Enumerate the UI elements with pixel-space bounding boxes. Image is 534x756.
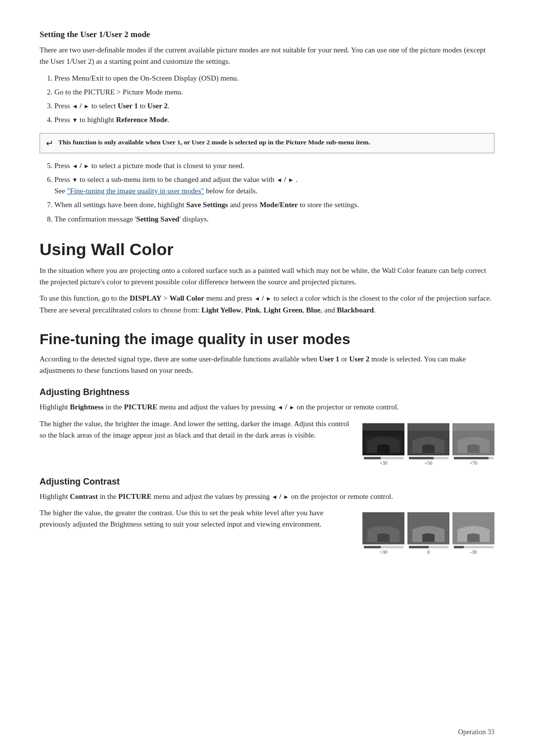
contrast-text: The higher the value, the greater the co… [40, 507, 353, 535]
contrast-img-30 [362, 512, 404, 544]
step-2: Go to the PICTURE > Picture Mode menu. [54, 87, 494, 98]
brightness-img-3: +70 [452, 423, 494, 466]
brightness-img-dark [362, 423, 404, 455]
contrast-label-1: +30 [380, 549, 388, 555]
step-1: Press Menu/Exit to open the On-Screen Di… [54, 73, 494, 84]
contrast-heading: Adjusting Contrast [40, 477, 494, 487]
page-content: Setting the User 1/User 2 mode There are… [0, 0, 534, 594]
user-mode-steps-continued: Press / to select a picture mode that is… [54, 160, 494, 225]
fine-tuning-heading: Fine-tuning the image quality in user mo… [40, 331, 494, 348]
brightness-text: The higher the value, the brighter the i… [40, 418, 353, 446]
contrast-img-3: -30 [452, 512, 494, 555]
progress-bar-2 [409, 457, 448, 459]
fine-tuning-link[interactable]: "Fine-tuning the image quality in user m… [67, 187, 204, 195]
progress-bar-3 [454, 457, 493, 459]
img-label-3: +70 [470, 460, 478, 466]
contrast-images: +30 0 [362, 512, 494, 555]
note-text: This function is only available when Use… [58, 137, 370, 147]
page-footer: Operation 33 [458, 728, 494, 736]
fine-tuning-intro: According to the detected signal type, t… [40, 354, 494, 377]
contrast-bar-2 [409, 546, 448, 548]
step-5: Press / to select a picture mode that is… [54, 160, 494, 172]
contrast-img-neg30 [452, 512, 494, 544]
wall-color-detail: To use this function, go to the DISPLAY … [40, 293, 494, 316]
user-mode-intro: There are two user-definable modes if th… [40, 44, 494, 68]
brightness-section: The higher the value, the brighter the i… [40, 418, 494, 466]
svg-rect-2 [362, 431, 404, 455]
note-box: ↵ This function is only available when U… [40, 133, 494, 153]
contrast-img-1: +30 [362, 512, 404, 555]
img-label-2: +50 [425, 460, 433, 466]
img-label-1: +30 [380, 460, 388, 466]
contrast-bar-3 [454, 546, 493, 548]
step-4: Press to highlight Reference Mode. [54, 114, 494, 126]
contrast-description: The higher the value, the greater the co… [40, 507, 353, 531]
brightness-img-light [452, 423, 494, 455]
contrast-img-0 [407, 512, 449, 544]
brightness-img-medium [407, 423, 449, 455]
brightness-img-1: +30 [362, 423, 404, 466]
contrast-img-2: 0 [407, 512, 449, 555]
brightness-img-2: +50 [407, 423, 449, 466]
contrast-section: The higher the value, the greater the co… [40, 507, 494, 555]
note-icon: ↵ [46, 138, 53, 149]
contrast-label-2: 0 [427, 549, 430, 555]
brightness-heading: Adjusting Brightness [40, 387, 494, 398]
step-8: The confirmation message 'Setting Saved'… [54, 214, 494, 225]
step-7: When all settings have been done, highli… [54, 199, 494, 211]
footer-text: Operation 33 [458, 728, 494, 736]
brightness-images: +30 +50 [362, 423, 494, 466]
wall-color-intro: In the situation where you are projectin… [40, 265, 494, 288]
contrast-bar-1 [364, 546, 403, 548]
brightness-intro: Highlight Brightness in the PICTURE menu… [40, 401, 494, 413]
step-6: Press to select a sub-menu item to be ch… [54, 174, 494, 197]
user-mode-steps: Press Menu/Exit to open the On-Screen Di… [54, 73, 494, 126]
section-title-user-mode: Setting the User 1/User 2 mode [40, 30, 494, 40]
step-3: Press / to select User 1 to User 2. [54, 100, 494, 112]
contrast-label-3: -30 [470, 549, 477, 555]
progress-bar-1 [364, 457, 403, 459]
wall-color-heading: Using Wall Color [40, 240, 494, 259]
brightness-description: The higher the value, the brighter the i… [40, 418, 353, 442]
contrast-intro: Highlight Contrast in the PICTURE menu a… [40, 491, 494, 502]
